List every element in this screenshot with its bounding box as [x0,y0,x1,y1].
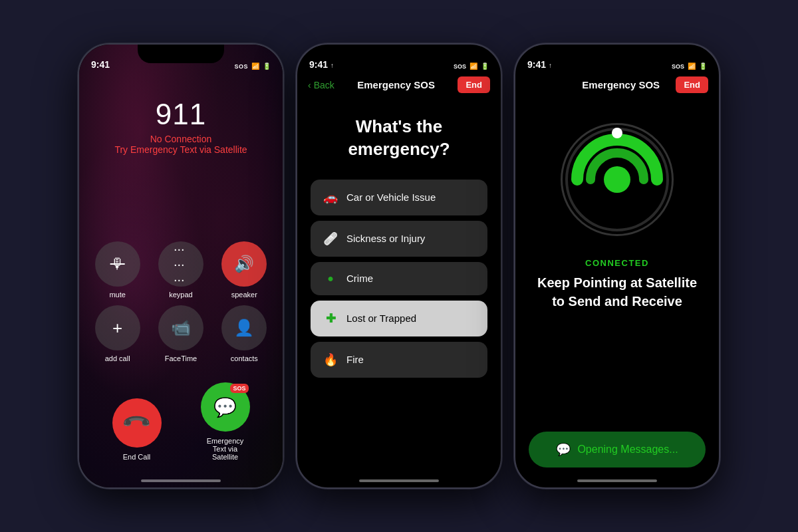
back-label: Back [314,80,334,90]
add-call-button[interactable]: + add call [92,305,142,362]
car-label: Car or Vehicle Issue [346,192,436,203]
battery-icon: 🔋 [263,63,271,70]
sos-indicator: SOS [234,63,248,70]
sickness-label: Sickness or Injury [346,233,425,244]
home-indicator-1 [141,479,221,482]
contacts-icon: 👤 [234,319,254,337]
fire-label: Fire [346,354,364,365]
signal-icon: 📶 [251,63,259,70]
sos-badge: SOS [230,384,248,393]
speaker-icon: 🔊 [234,255,254,273]
messages-button[interactable]: 💬 Opening Messages... [529,432,706,467]
status-time-2: 9:41 ↑ [309,59,334,70]
back-button[interactable]: ‹ Back [308,80,334,90]
option-lost[interactable]: ✚ Lost or Trapped [311,301,487,336]
add-call-circle: + [95,305,140,350]
battery-icon-3: 🔋 [699,63,707,70]
mute-circle: 🎙 [95,241,140,287]
status-icons-2: SOS 📶 🔋 [454,63,489,70]
option-sickness[interactable]: 🩹 Sickness or Injury [311,221,487,257]
keypad-button[interactable]: ········· keypad [156,241,205,299]
messages-btn-label: Opening Messages... [577,444,678,456]
location-icon-3: ↑ [549,62,552,69]
sickness-icon: 🩹 [323,231,338,246]
call-controls-row1: 🎙 mute ········· keypad 🔊 speaker [79,241,283,299]
sos-button[interactable]: 💬 SOS EmergencyText viaSatellite [201,382,250,461]
keep-pointing-text: Keep Pointing at Satellite to Send and R… [515,268,719,316]
fire-icon: 🔥 [323,352,338,367]
connected-label: CONNECTED [585,258,649,268]
signal-icon-2: 📶 [469,63,477,70]
caller-info: 911 No Connection Try Emergency Text via… [114,98,247,155]
phone1-content: 911 No Connection Try Emergency Text via… [79,45,283,487]
facetime-circle: 📹 [158,305,203,350]
sos-bubble: 💬 SOS [201,382,250,432]
mute-icon: 🎙 [110,255,125,273]
phone-3: 9:41 ↑ SOS 📶 🔋 Emergency SOS End [514,43,720,489]
car-icon: 🚗 [323,190,338,205]
location-icon: ↑ [331,62,334,69]
speaker-button[interactable]: 🔊 speaker [219,241,269,299]
sos-label-3: SOS [672,63,684,70]
end-call-circle: 📞 [112,398,162,448]
option-car[interactable]: 🚗 Car or Vehicle Issue [311,180,487,215]
home-indicator-3 [577,479,657,482]
notch [138,45,224,63]
phone3-content: Emergency SOS End CONNECTED Keep Pointin… [515,45,719,487]
satellite-widget [557,120,677,239]
emergency-question: What's the emergency? [297,100,501,174]
bottom-actions: 📞 End Call 💬 SOS EmergencyText viaSatell… [79,382,283,461]
facetime-icon: 📹 [171,319,191,337]
phone-1: 9:41 SOS 📶 🔋 911 No Connection Try Emerg… [78,43,284,489]
keypad-label: keypad [169,291,192,299]
status-time-1: 9:41 [91,59,110,70]
contacts-label: contacts [231,354,258,362]
p3-title: Emergency SOS [582,79,660,90]
p2-title: Emergency SOS [357,79,435,90]
signal-icon-3: 📶 [688,63,696,70]
plus-icon: + [112,318,122,338]
caller-subtext: Try Emergency Text via Satellite [114,144,247,155]
chevron-left-icon: ‹ [308,80,311,90]
speaker-label: speaker [231,291,257,299]
add-call-label: add call [105,354,130,362]
dynamic-island-2 [362,51,436,68]
option-crime[interactable]: ● Crime [311,262,487,295]
sos-label: EmergencyText viaSatellite [207,437,244,461]
home-indicator-2 [359,479,439,482]
end-button-3[interactable]: End [676,76,708,93]
keypad-icon: ········· [174,241,188,287]
satellite-ring [561,123,674,236]
end-call-label: End Call [123,453,151,461]
message-icon: 💬 [213,396,237,418]
battery-icon-2: 🔋 [481,63,489,70]
status-icons-3: SOS 📶 🔋 [672,63,707,70]
speaker-circle: 🔊 [221,241,267,287]
crime-label: Crime [346,273,373,284]
status-time-3: 9:41 ↑ [527,59,552,70]
messages-icon: 💬 [556,442,571,457]
caller-number: 911 [114,98,247,131]
dynamic-island-3 [581,51,654,68]
caller-status: No Connection [114,134,247,144]
phone-2: 9:41 ↑ SOS 📶 🔋 ‹ Back Emergency SOS End … [296,43,502,489]
contacts-button[interactable]: 👤 contacts [219,305,269,362]
crime-icon: ● [323,273,338,285]
facetime-label: FaceTime [165,354,198,362]
mute-label: mute [109,291,125,299]
phone2-content: ‹ Back Emergency SOS End What's the emer… [297,45,501,487]
facetime-button[interactable]: 📹 FaceTime [156,305,205,362]
lost-label: Lost or Trapped [346,313,416,324]
keypad-circle: ········· [158,241,203,287]
emergency-options: 🚗 Car or Vehicle Issue 🩹 Sickness or Inj… [297,180,501,378]
end-button-2[interactable]: End [458,76,490,93]
contacts-circle: 👤 [221,305,267,350]
status-icons-1: SOS 📶 🔋 [234,63,271,70]
mute-button[interactable]: 🎙 mute [92,241,142,299]
option-fire[interactable]: 🔥 Fire [311,342,487,378]
end-call-icon: 📞 [120,407,152,439]
call-controls-row2: + add call 📹 FaceTime 👤 contacts [79,305,283,362]
sos-label-2: SOS [454,63,466,70]
lost-icon: ✚ [323,311,338,326]
end-call-button[interactable]: 📞 End Call [112,398,162,461]
